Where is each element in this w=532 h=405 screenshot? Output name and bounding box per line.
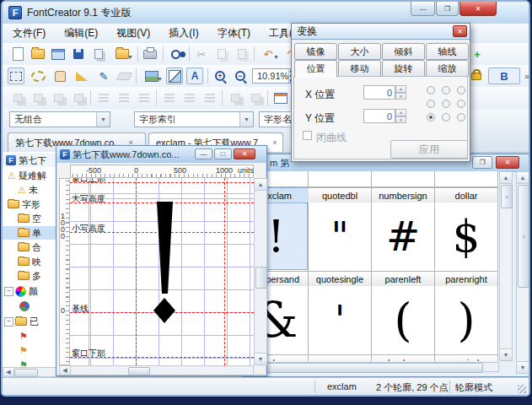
tree-item-tagged[interactable]: −已 <box>4 315 39 328</box>
tab-close-icon[interactable]: × <box>272 138 277 147</box>
align-center-icon[interactable] <box>116 89 132 106</box>
chevron-down-icon[interactable]: ▼ <box>96 112 110 127</box>
scroll-left-icon[interactable]: ◀ <box>60 366 71 375</box>
edit-horizontal-scrollbar[interactable]: ◀ <box>59 365 254 375</box>
y-position-input[interactable]: 0 <box>363 109 395 123</box>
glyph-header-period[interactable]: period <box>435 354 497 361</box>
lasso-tool-icon[interactable] <box>30 68 46 84</box>
tree-item-color-sub[interactable] <box>19 300 32 313</box>
close-curve-checkbox[interactable] <box>303 131 312 140</box>
dialog-tab-move[interactable]: 移动 <box>338 60 381 77</box>
origin-radio-middle-center[interactable] <box>442 100 450 108</box>
select-tool-icon[interactable] <box>8 68 24 84</box>
tree-item-multi[interactable]: 多 <box>18 269 41 283</box>
glyph-cell-parenright[interactable]: ) <box>435 286 497 354</box>
save-icon[interactable] <box>70 46 87 62</box>
tree-item-composite[interactable]: 合 <box>18 240 41 254</box>
scroll-down-icon[interactable]: ▼ <box>500 348 512 360</box>
preview-text-icon[interactable]: A <box>186 68 203 84</box>
glyph-header-parenleft[interactable]: parenleft <box>372 271 434 287</box>
move-backward-icon[interactable] <box>70 89 87 106</box>
origin-radio-bottom-left[interactable] <box>427 113 435 122</box>
menu-edit[interactable]: 编辑(E) <box>56 24 106 43</box>
knife-tool-icon[interactable] <box>116 68 132 84</box>
open-icon[interactable] <box>30 46 46 62</box>
chevron-down-icon[interactable]: ▼ <box>239 112 253 127</box>
glyph-header-quotedbl[interactable]: quotedbl <box>309 187 371 203</box>
copy-icon[interactable] <box>213 46 230 62</box>
origin-radio-bottom-right[interactable] <box>457 113 465 122</box>
grid-horizontal-scrollbar[interactable] <box>245 362 499 372</box>
add-glyph-icon[interactable]: + <box>469 46 486 62</box>
find-icon[interactable] <box>167 46 184 62</box>
tree-item-troubleshoot[interactable]: ⚠疑难解 <box>8 169 46 182</box>
dialog-tab-size[interactable]: 大小 <box>338 43 381 60</box>
bold-button[interactable]: B <box>488 68 520 84</box>
tree-item-color[interactable]: −颜 <box>4 284 38 298</box>
scroll-down-icon[interactable]: ▼ <box>255 353 266 364</box>
fill-outline-toggle-icon[interactable] <box>166 68 183 84</box>
paste-icon[interactable] <box>234 46 250 62</box>
glyph-header-numbersign[interactable]: numbersign <box>372 187 434 203</box>
dialog-tab-mirror[interactable]: 镜像 <box>294 43 337 60</box>
pan-tool-icon[interactable] <box>51 68 68 84</box>
glyph-cell-quotesingle[interactable]: ' <box>309 286 371 354</box>
tree-item-glyphs[interactable]: 字形 <box>8 197 40 211</box>
new-icon[interactable] <box>9 46 26 62</box>
origin-radio-top-center[interactable] <box>442 86 450 94</box>
x-position-input[interactable]: 0 <box>363 85 395 100</box>
glyph-cell-numbersign[interactable]: # <box>372 202 434 270</box>
scroll-up-icon[interactable]: ▲ <box>517 172 529 184</box>
tree-item-flag-orange[interactable]: ⚑ <box>19 343 30 357</box>
glyph-header-comma[interactable]: comma <box>309 354 371 361</box>
minimize-icon[interactable]: — <box>411 2 435 16</box>
menu-view[interactable]: 视图(V) <box>108 24 159 43</box>
apply-button[interactable]: 应用 <box>390 140 468 159</box>
background-image-icon[interactable]: ▼ <box>140 68 163 84</box>
close-icon[interactable]: ✕ <box>234 148 255 159</box>
scroll-up-icon[interactable]: ▲ <box>255 179 266 191</box>
tree-item-simple-selected[interactable]: 单 <box>3 226 57 240</box>
scrollbar-thumb[interactable]: ≡ <box>518 185 529 288</box>
restore-icon[interactable]: ❐ <box>472 156 492 169</box>
tree-item-unmapped[interactable]: ⚠未 <box>18 183 38 197</box>
scroll-up-icon[interactable]: ▲ <box>500 172 512 184</box>
dialog-tab-position[interactable]: 位置 <box>294 60 337 78</box>
bring-front-icon[interactable] <box>9 89 26 106</box>
menu-font[interactable]: 字体(T) <box>209 24 259 43</box>
space-horizontal-icon[interactable] <box>227 89 244 106</box>
edit-mode-icon[interactable] <box>73 68 90 84</box>
dialog-tab-axis[interactable]: 轴线 <box>426 43 469 60</box>
overview-vertical-scrollbar[interactable]: ▲ ≡ ▼ <box>516 171 529 374</box>
y-position-spinner[interactable]: ▲▼ <box>395 109 406 123</box>
draw-pen-icon[interactable]: ✎ <box>95 68 112 84</box>
origin-radio-middle-right[interactable] <box>457 100 465 108</box>
dialog-tab-scale[interactable]: 缩放 <box>426 60 469 77</box>
lock-guidelines-icon[interactable] <box>468 68 485 84</box>
origin-radio-top-left[interactable] <box>427 86 435 94</box>
tree-item-empty[interactable]: 空 <box>18 212 41 225</box>
maximize-icon[interactable]: ❐ <box>436 2 459 16</box>
grid-vertical-scrollbar[interactable]: ▲ ≡ ▼ <box>499 171 513 361</box>
menu-insert[interactable]: 插入(I) <box>160 24 207 43</box>
glyph-header-hyphen[interactable]: hyphen <box>372 354 434 361</box>
glyph-canvas[interactable]: 窗口上部 大写高度 小写高度 基线 窗口下部 <box>70 178 254 365</box>
send-back-icon[interactable] <box>30 89 46 106</box>
glyph-cell-dollar[interactable]: $ <box>435 202 497 270</box>
tree-horizontal-scrollbar[interactable]: ◀ <box>3 367 56 377</box>
close-icon[interactable]: ✕ <box>453 25 467 37</box>
dialog-tab-skew[interactable]: 倾斜 <box>382 43 425 60</box>
align-right-icon[interactable] <box>136 89 153 106</box>
arrangement-combo[interactable]: 无组合 ▼ <box>9 111 110 127</box>
exclam-glyph-outline[interactable] <box>70 178 254 365</box>
toolbar-overflow-icon[interactable]: » <box>519 68 530 84</box>
space-vertical-icon[interactable] <box>247 89 264 106</box>
zoom-in-icon[interactable]: + <box>212 68 228 84</box>
menu-file[interactable]: 文件(F) <box>4 24 54 43</box>
glyph-header-parenright[interactable]: parenright <box>435 271 497 287</box>
undo-icon[interactable]: ↶▼ <box>257 46 279 62</box>
glyph-index-combo[interactable]: 字形索引 ▼ <box>134 111 254 127</box>
minimize-icon[interactable]: — <box>195 148 212 159</box>
copy-glyph-icon[interactable] <box>90 46 107 62</box>
collapse-icon[interactable]: − <box>4 287 13 296</box>
